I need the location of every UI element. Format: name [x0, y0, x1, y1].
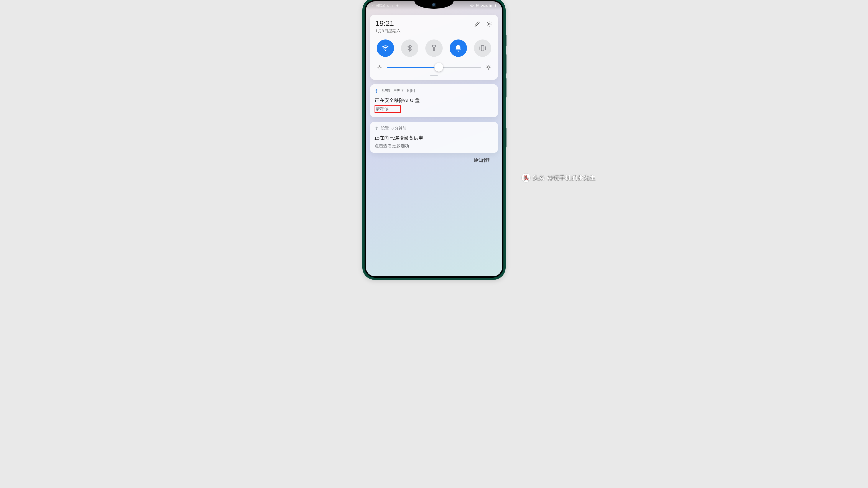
watermark: 头 头条 @玩手机的张先生: [522, 173, 595, 182]
notification-title: 正在向已连接设备供电: [375, 135, 493, 141]
side-button: [505, 35, 506, 46]
side-button: [505, 54, 506, 74]
side-button: [505, 128, 506, 148]
svg-point-1: [471, 5, 472, 6]
svg-point-5: [434, 49, 434, 50]
brightness-thumb[interactable]: [434, 63, 443, 72]
network-badge: 4G: [387, 5, 389, 7]
wifi-icon: [396, 4, 399, 8]
watermark-handle: @玩手机的张先生: [547, 174, 595, 182]
notification-time: 刚刚: [407, 88, 415, 93]
notification-subtitle: 请稍候: [375, 105, 493, 113]
eye-icon: [470, 4, 474, 7]
svg-point-7: [379, 66, 380, 68]
notification-subtitle: 点击查看更多选项: [375, 143, 493, 149]
notification-app: 系统用户界面: [381, 88, 404, 93]
toggle-bluetooth[interactable]: [401, 39, 418, 57]
toggle-wifi[interactable]: [377, 39, 394, 57]
toggle-vibrate[interactable]: [474, 39, 491, 57]
usb-icon: [375, 126, 378, 130]
notification-title: 正在安全移除AI U 盘: [375, 97, 493, 104]
notification-card[interactable]: 系统用户界面 刚刚 正在安全移除AI U 盘 请稍候: [370, 84, 498, 117]
signal-icon: [391, 4, 394, 7]
toggle-notifications[interactable]: [450, 39, 467, 57]
edit-icon[interactable]: [474, 21, 480, 27]
qs-time: 19:21: [375, 20, 401, 27]
gear-icon[interactable]: [486, 21, 493, 27]
svg-point-4: [385, 50, 386, 51]
notification-time: 8 分钟前: [392, 126, 406, 131]
svg-rect-6: [481, 45, 484, 51]
phone-frame: 中国联通 4G 26%: [362, 0, 506, 280]
usb-icon: [375, 89, 378, 93]
screen: 中国联通 4G 26%: [366, 1, 502, 276]
toggle-flashlight[interactable]: [425, 39, 443, 57]
notification-app: 设置: [381, 126, 389, 131]
battery-percent: 26%: [481, 4, 488, 8]
brightness-slider[interactable]: [387, 63, 481, 71]
watermark-prefix: 头条: [532, 174, 545, 182]
svg-point-8: [487, 66, 490, 68]
battery-icon: [490, 4, 496, 7]
brightness-low-icon: [377, 64, 382, 70]
carrier-label: 中国联通: [372, 4, 385, 8]
highlight-box: 请稍候: [375, 105, 401, 113]
quick-settings-panel: 19:21 1月9日星期六: [370, 15, 498, 80]
notification-manage-link[interactable]: 通知管理: [370, 153, 498, 164]
svg-point-0: [397, 6, 398, 7]
watermark-logo: 头: [522, 173, 530, 182]
svg-point-3: [489, 23, 490, 25]
qs-date: 1月9日星期六: [375, 28, 401, 34]
side-button: [505, 78, 506, 98]
brightness-high-icon: [486, 64, 491, 70]
notification-card[interactable]: 设置 8 分钟前 正在向已连接设备供电 点击查看更多选项: [370, 122, 498, 153]
alarm-icon: [476, 4, 479, 7]
drag-handle[interactable]: [430, 75, 438, 76]
